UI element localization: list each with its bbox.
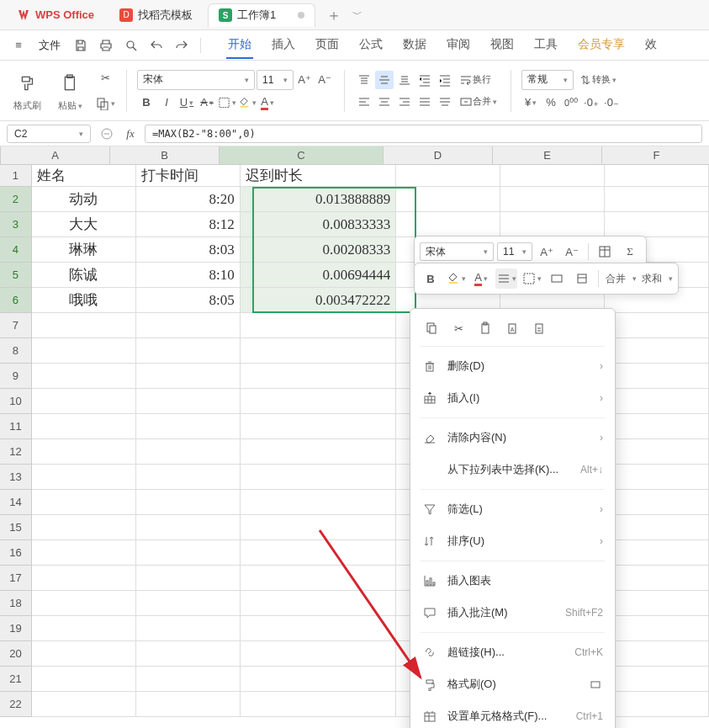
ctx-item[interactable]: 格式刷(O): [410, 668, 615, 700]
cell[interactable]: [241, 364, 397, 389]
cell[interactable]: [605, 389, 709, 414]
bold-button[interactable]: B: [137, 93, 156, 112]
ctx-cut-icon[interactable]: ✂: [449, 319, 468, 337]
italic-button[interactable]: I: [157, 93, 176, 112]
col-header-A[interactable]: A: [1, 146, 110, 164]
cell[interactable]: [241, 616, 397, 641]
currency-button[interactable]: ¥▾: [521, 93, 540, 112]
format-painter-icon[interactable]: [17, 69, 39, 98]
cell[interactable]: [136, 439, 241, 465]
cell[interactable]: [136, 490, 241, 515]
cell[interactable]: [136, 313, 241, 338]
cell[interactable]: 动动: [32, 187, 136, 212]
ribbon-tab-6[interactable]: 视图: [489, 32, 516, 59]
comma-button[interactable]: 0⁰⁰: [562, 93, 580, 112]
cell[interactable]: [136, 540, 241, 566]
font-grow-icon[interactable]: A⁺: [295, 71, 314, 89]
cell[interactable]: [605, 591, 709, 616]
row-header[interactable]: 22: [0, 692, 32, 717]
cell[interactable]: [136, 566, 241, 591]
cell[interactable]: [605, 667, 709, 692]
col-header-B[interactable]: B: [110, 146, 220, 164]
cell[interactable]: [136, 616, 241, 641]
align-bottom-icon[interactable]: [395, 71, 414, 89]
ribbon-tab-7[interactable]: 工具: [532, 32, 559, 59]
align-left-icon[interactable]: [355, 93, 373, 111]
cell[interactable]: [605, 338, 709, 364]
row-header[interactable]: 14: [0, 490, 32, 515]
cell[interactable]: [241, 313, 397, 338]
mini-sum-icon[interactable]: Σ: [619, 242, 641, 262]
ctx-item[interactable]: 设置单元格格式(F)...Ctrl+1: [410, 700, 615, 728]
cell[interactable]: 迟到时长: [241, 165, 397, 187]
row-header[interactable]: 18: [0, 591, 32, 616]
cell[interactable]: [241, 338, 397, 364]
cell[interactable]: 8:12: [136, 212, 241, 237]
cell[interactable]: [32, 364, 136, 389]
align-center-icon[interactable]: [375, 93, 394, 111]
row-header[interactable]: 2: [0, 187, 32, 212]
file-menu[interactable]: 文件: [34, 38, 66, 53]
mini-fill-button[interactable]: ▾: [445, 268, 467, 289]
mini-bold-button[interactable]: B: [420, 268, 442, 289]
cell[interactable]: 哦哦: [32, 288, 136, 313]
underline-button[interactable]: U▾: [177, 93, 196, 112]
cell[interactable]: 8:03: [136, 237, 241, 263]
mini-font-select[interactable]: 宋体▾: [420, 242, 494, 261]
row-header[interactable]: 16: [0, 540, 32, 566]
cell[interactable]: [136, 591, 241, 616]
cell[interactable]: [32, 540, 136, 566]
border-button[interactable]: ▾: [218, 93, 236, 112]
mini-shrink-icon[interactable]: A⁻: [561, 242, 583, 262]
align-top-icon[interactable]: [355, 71, 373, 89]
cell[interactable]: [605, 465, 709, 490]
cell[interactable]: [32, 641, 136, 667]
cell[interactable]: 8:20: [136, 187, 241, 212]
row-header[interactable]: 17: [0, 566, 32, 591]
cell[interactable]: [32, 692, 136, 717]
cell[interactable]: [136, 389, 241, 414]
cell[interactable]: 琳琳: [32, 237, 136, 263]
cell[interactable]: [605, 641, 709, 667]
workbook-tab[interactable]: S 工作簿1: [208, 3, 315, 27]
cell[interactable]: [32, 591, 136, 616]
undo-icon[interactable]: [146, 35, 167, 56]
mini-align-button[interactable]: ▾: [495, 268, 517, 289]
cell[interactable]: [605, 515, 709, 540]
cell[interactable]: [605, 212, 709, 237]
cell[interactable]: [396, 165, 500, 187]
ctx-item[interactable]: 删除(D)›: [410, 350, 615, 382]
row-header[interactable]: 3: [0, 212, 32, 237]
font-shrink-icon[interactable]: A⁻: [315, 71, 334, 89]
ctx-item[interactable]: 排序(U)›: [410, 525, 615, 557]
cell[interactable]: [500, 165, 605, 187]
ctx-item[interactable]: 筛选(L)›: [410, 493, 615, 525]
cell[interactable]: [136, 667, 241, 692]
cell[interactable]: [605, 540, 709, 566]
cell[interactable]: [136, 414, 241, 439]
cell[interactable]: [396, 212, 500, 237]
new-tab-button[interactable]: ＋: [324, 5, 344, 25]
cell[interactable]: [605, 439, 709, 465]
row-header[interactable]: 1: [0, 165, 32, 187]
cell[interactable]: 大大: [32, 212, 136, 237]
cell[interactable]: [605, 165, 709, 187]
ribbon-tab-9[interactable]: 效: [643, 32, 659, 59]
cell[interactable]: [241, 389, 397, 414]
cell[interactable]: [605, 414, 709, 439]
cell[interactable]: [136, 692, 241, 717]
ctx-paste-text-icon[interactable]: A: [503, 319, 521, 337]
cell[interactable]: [32, 338, 136, 364]
row-header[interactable]: 8: [0, 338, 32, 364]
cell[interactable]: [241, 540, 397, 566]
app-tab[interactable]: WPS Office: [7, 3, 104, 27]
ribbon-tab-4[interactable]: 数据: [401, 32, 428, 59]
ribbon-tab-0[interactable]: 开始: [226, 32, 253, 59]
align-right-icon[interactable]: [395, 93, 414, 111]
number-format-select[interactable]: 常规▾: [521, 70, 574, 90]
cell[interactable]: [136, 515, 241, 540]
ctx-item[interactable]: 插入(I)›: [410, 382, 615, 414]
mini-table-icon[interactable]: [594, 242, 616, 262]
cell[interactable]: [32, 389, 136, 414]
align-dist-icon[interactable]: [436, 93, 454, 111]
